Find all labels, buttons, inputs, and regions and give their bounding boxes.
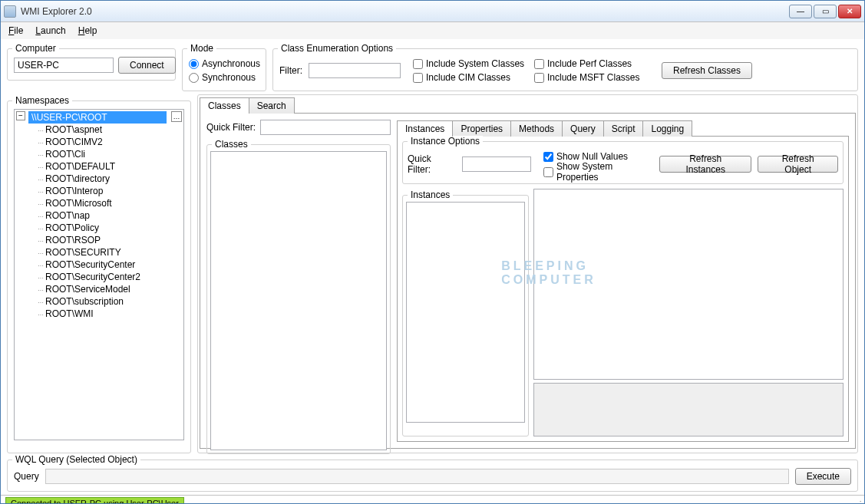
minimize-button[interactable]: — [789,5,812,18]
inst-quickfilter-input[interactable] [462,156,531,172]
tree-item[interactable]: ROOT\WMI [38,308,183,320]
chk-perf[interactable] [534,59,544,69]
connect-button[interactable]: Connect [118,57,176,74]
tree-item[interactable]: ROOT\nap [38,209,183,222]
execute-button[interactable]: Execute [795,468,851,485]
subtab-methods[interactable]: Methods [510,120,563,137]
tree-item[interactable]: ROOT\ServiceModel [38,283,183,295]
chk-system-label: Include System Classes [426,58,524,69]
subtab-logging[interactable]: Logging [642,120,692,137]
detail-status-panel [533,383,844,436]
mode-sync-radio[interactable] [189,73,199,83]
app-icon [4,5,16,18]
chk-msft[interactable] [534,73,544,83]
query-input[interactable] [45,469,789,484]
chk-show-null[interactable] [543,152,553,162]
window-title: WMI Explorer 2.0 [21,6,789,17]
menu-help[interactable]: Help [78,25,97,36]
tree-item[interactable]: ROOT\Cli [38,148,183,160]
tree-item[interactable]: ROOT\Interop [38,185,183,197]
right-panel: Classes Search Quick Filter: Classes [197,94,858,453]
resize-grip-icon[interactable]: ⋰ [853,499,863,504]
subtab-query[interactable]: Query [562,120,604,137]
status-text: Connected to USER-PC using User-PC\User [5,497,184,505]
close-button[interactable]: ✕ [838,5,861,18]
instance-options-group: Instance Options Quick Filter: Show Null… [402,141,844,184]
mode-async-radio[interactable] [189,59,199,69]
chk-show-sys[interactable] [543,167,553,177]
tree-item[interactable]: ROOT\directory [38,173,183,185]
namespaces-tree[interactable]: − \\USER-PC\ROOT … ROOT\aspnetROOT\CIMV2… [14,109,184,440]
detail-panel[interactable] [533,189,844,380]
refresh-instances-button[interactable]: Refresh Instances [659,156,751,173]
tree-item[interactable]: ROOT\Microsoft [38,197,183,209]
refresh-classes-button[interactable]: Refresh Classes [662,62,752,79]
tree-root-node[interactable]: \\USER-PC\ROOT [28,111,167,124]
tree-item[interactable]: ROOT\SecurityCenter2 [38,271,183,283]
computer-group: Computer Connect [7,48,176,81]
classes-group: Classes [206,144,391,454]
chk-show-null-label: Show Null Values [556,151,628,162]
classes-list[interactable] [210,151,387,450]
wql-label: WQL Query (Selected Object) [12,454,140,465]
mode-sync-label: Synchronous [202,72,256,83]
tree-item[interactable]: ROOT\CIMV2 [38,136,183,148]
mode-async-label: Asynchronous [202,58,260,69]
chk-msft-label: Include MSFT Classes [547,72,640,83]
classes-quickfilter-label: Quick Filter: [206,122,256,133]
menubar: File Launch Help [1,22,864,39]
tree-item[interactable]: ROOT\RSOP [38,234,183,246]
menu-file[interactable]: File [8,25,23,36]
chk-cim-label: Include CIM Classes [426,72,510,83]
statusbar: Connected to USER-PC using User-PC\User … [1,495,864,504]
refresh-object-button[interactable]: Refresh Object [758,156,838,173]
filter-label: Filter: [279,65,302,76]
instances-list[interactable] [406,202,525,423]
chk-show-sys-label: Show System Properties [556,161,652,183]
titlebar: WMI Explorer 2.0 — ▭ ✕ [1,1,864,22]
tree-collapse-icon[interactable]: − [16,111,25,120]
inst-quickfilter-label: Quick Filter: [408,153,454,175]
tab-search[interactable]: Search [249,97,295,114]
classes-quickfilter-input[interactable] [260,120,391,135]
tab-classes[interactable]: Classes [200,97,249,114]
computer-label: Computer [12,43,59,54]
namespaces-label: Namespaces [12,95,72,106]
instances-label: Instances [408,189,453,200]
subtab-script[interactable]: Script [603,120,644,137]
subtab-instances[interactable]: Instances [397,120,453,137]
namespaces-group: Namespaces − \\USER-PC\ROOT … ROOT\aspne… [7,100,191,453]
query-label: Query [14,471,39,482]
tree-item[interactable]: ROOT\aspnet [38,124,183,136]
filter-input[interactable] [309,63,401,78]
tree-item[interactable]: ROOT\SECURITY [38,246,183,259]
chk-cim[interactable] [413,73,423,83]
mode-label: Mode [187,43,216,54]
tree-item[interactable]: ROOT\Policy [38,222,183,234]
classes-panel-label: Classes [212,139,251,150]
chk-system[interactable] [413,59,423,69]
subtab-properties[interactable]: Properties [452,120,511,137]
instances-group: Instances [402,195,529,436]
enum-label: Class Enumeration Options [278,43,396,54]
tree-more-button[interactable]: … [171,111,182,122]
menu-launch[interactable]: Launch [35,25,65,36]
chk-perf-label: Include Perf Classes [547,58,632,69]
instance-options-label: Instance Options [408,136,483,147]
mode-group: Mode Asynchronous Synchronous [182,48,266,91]
tree-item[interactable]: ROOT\SecurityCenter [38,259,183,271]
wql-group: WQL Query (Selected Object) Query Execut… [7,460,858,492]
tree-item[interactable]: ROOT\subscription [38,295,183,308]
maximize-button[interactable]: ▭ [814,5,837,18]
tree-item[interactable]: ROOT\DEFAULT [38,160,183,173]
enum-group: Class Enumeration Options Filter: Includ… [272,48,858,91]
computer-input[interactable] [14,58,114,73]
